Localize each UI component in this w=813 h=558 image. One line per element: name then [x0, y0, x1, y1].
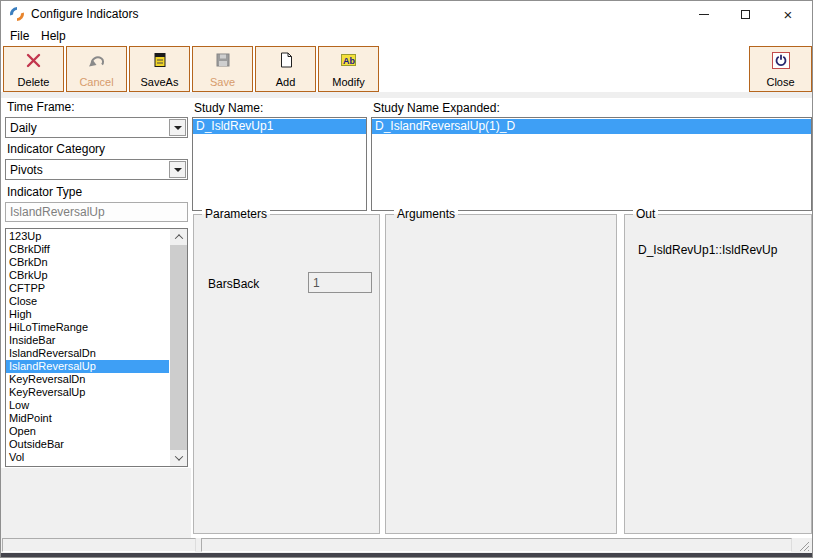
scroll-up-icon[interactable] — [170, 229, 187, 245]
indicator-type-field[interactable] — [5, 202, 188, 222]
notepad-icon — [152, 51, 168, 69]
list-item[interactable]: CBrkDiff — [6, 243, 169, 256]
rename-ab-icon: Ab — [340, 51, 357, 69]
list-item[interactable]: KeyReversalDn — [6, 373, 169, 386]
list-item[interactable]: HiLoTimeRange — [6, 321, 169, 334]
maximize-icon — [741, 10, 750, 19]
list-item[interactable]: Close — [6, 295, 169, 308]
resize-grip[interactable] — [797, 539, 810, 552]
list-item[interactable]: High — [6, 308, 169, 321]
arguments-group-title: Arguments — [394, 207, 458, 221]
time-frame-value: Daily — [6, 121, 169, 135]
indicator-category-label: Indicator Category — [7, 142, 105, 156]
list-item[interactable]: IslandReversalUp — [6, 360, 169, 373]
list-item[interactable]: OutsideBar — [6, 438, 169, 451]
time-frame-label: Time Frame: — [7, 100, 75, 114]
close-button[interactable]: Close — [749, 46, 812, 92]
minimize-button[interactable] — [687, 1, 721, 27]
out-group-title: Out — [633, 207, 658, 221]
svg-text:Ab: Ab — [343, 56, 355, 66]
save-button[interactable]: Save — [192, 46, 253, 92]
power-icon — [772, 51, 790, 69]
list-item[interactable]: Open — [6, 425, 169, 438]
maximize-button[interactable] — [728, 1, 762, 27]
menu-file[interactable]: File — [6, 28, 33, 44]
new-page-icon — [278, 51, 294, 69]
list-item[interactable]: IslandReversalDn — [6, 347, 169, 360]
modify-button-label: Modify — [332, 76, 364, 88]
dropdown-button[interactable] — [169, 161, 186, 178]
delete-button[interactable]: Delete — [3, 46, 64, 92]
close-window-button[interactable]: × — [771, 1, 805, 27]
modify-button[interactable]: Ab Modify — [318, 46, 379, 92]
scrollbar-thumb[interactable] — [170, 245, 187, 450]
close-button-label: Close — [766, 76, 794, 88]
save-button-label: Save — [210, 76, 235, 88]
app-logo-icon — [9, 6, 25, 22]
parameters-group: Parameters BarsBack — [193, 214, 380, 534]
indicator-type-list[interactable]: 123UpCBrkDiffCBrkDnCBrkUpCFTPPCloseHighH… — [5, 228, 188, 467]
undo-arrow-icon — [88, 51, 105, 69]
delete-button-label: Delete — [18, 76, 50, 88]
out-value: D_IsldRevUp1::IsldRevUp — [638, 243, 777, 257]
list-item[interactable]: D_IslandReversalUp(1)_D — [372, 119, 811, 134]
scroll-down-icon[interactable] — [170, 450, 187, 466]
arguments-group: Arguments — [385, 214, 617, 534]
list-item[interactable]: InsideBar — [6, 334, 169, 347]
chevron-down-icon — [174, 126, 182, 130]
close-icon: × — [784, 7, 793, 22]
dropdown-button[interactable] — [169, 119, 186, 136]
menu-bar: File Help — [1, 27, 812, 45]
indicator-category-value: Pivots — [6, 163, 169, 177]
chevron-down-icon — [174, 168, 182, 172]
configure-indicators-window: Configure Indicators × File Help Delete … — [0, 0, 813, 558]
list-item[interactable]: CBrkDn — [6, 256, 169, 269]
cancel-button[interactable]: Cancel — [66, 46, 127, 92]
indicator-category-dropdown[interactable]: Pivots — [5, 159, 188, 180]
list-item[interactable]: Low — [6, 399, 169, 412]
study-name-expanded-list[interactable]: D_IslandReversalUp(1)_D — [371, 117, 812, 211]
saveas-button[interactable]: SaveAs — [129, 46, 190, 92]
add-button[interactable]: Add — [255, 46, 316, 92]
minimize-icon — [699, 14, 709, 15]
list-item[interactable]: CBrkUp — [6, 269, 169, 282]
scrollbar[interactable] — [170, 229, 187, 466]
barsback-field[interactable] — [308, 272, 372, 293]
list-item[interactable]: 123Up — [6, 230, 169, 243]
indicator-type-label: Indicator Type — [7, 185, 82, 199]
status-panel-right — [201, 538, 792, 552]
list-item[interactable]: D_IsldRevUp1 — [193, 119, 366, 134]
menu-help[interactable]: Help — [37, 28, 70, 44]
barsback-label: BarsBack — [208, 277, 259, 291]
study-name-list[interactable]: D_IsldRevUp1 — [192, 117, 367, 211]
cancel-button-label: Cancel — [79, 76, 113, 88]
status-bar — [1, 538, 812, 553]
status-panel-left — [2, 538, 196, 552]
left-bottom-filler — [1, 468, 191, 538]
parameters-group-title: Parameters — [202, 207, 270, 221]
window-bottom-edge — [1, 553, 812, 558]
toolbar-divider — [1, 92, 812, 98]
list-item[interactable]: Vol — [6, 451, 169, 464]
saveas-button-label: SaveAs — [141, 76, 179, 88]
floppy-disk-icon — [215, 51, 231, 69]
out-group: Out D_IsldRevUp1::IsldRevUp — [624, 214, 812, 534]
study-name-expanded-label: Study Name Expanded: — [373, 101, 500, 115]
list-item[interactable]: CFTPP — [6, 282, 169, 295]
window-title: Configure Indicators — [31, 7, 138, 21]
add-button-label: Add — [276, 76, 296, 88]
list-item[interactable]: MidPoint — [6, 412, 169, 425]
study-name-label: Study Name: — [194, 101, 263, 115]
delete-x-icon — [25, 51, 42, 69]
time-frame-dropdown[interactable]: Daily — [5, 117, 188, 138]
list-item[interactable]: KeyReversalUp — [6, 386, 169, 399]
title-bar: Configure Indicators × — [1, 1, 812, 27]
